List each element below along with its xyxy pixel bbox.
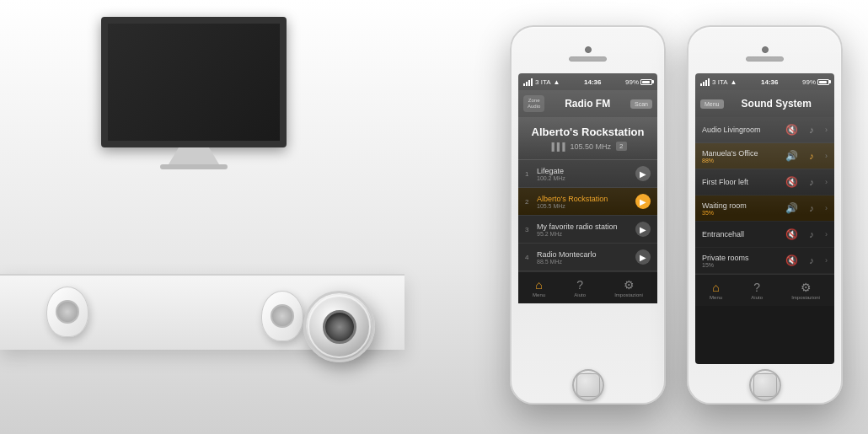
room-waiting-room[interactable]: Waiting room 35% 🔊 ♪ ›: [695, 196, 834, 222]
nav-settings-1[interactable]: ⚙ Impostazioni: [614, 278, 643, 297]
sound-system-list: Audio Livingroom 🔇 ♪ › Manuela's Office …: [695, 117, 834, 364]
speaker-on-icon: 🔊: [783, 200, 800, 217]
room-audio-livingroom[interactable]: Audio Livingroom 🔇 ♪ ›: [695, 117, 834, 143]
status-bar-2: 3 ITA ▲ 14:36 99%: [695, 73, 834, 90]
status-right-2: 99%: [802, 78, 829, 86]
speaker-cone-left: [56, 300, 79, 324]
signal-icon-2: [700, 78, 710, 86]
room-manuelas-office[interactable]: Manuela's Office 88% 🔊 ♪ ›: [695, 143, 834, 169]
station-info: My favorite radio station 95.2 MHz: [537, 222, 630, 237]
station-play-icon[interactable]: ▶: [635, 166, 651, 181]
chevron-right-icon: ›: [825, 204, 828, 212]
signal-icon-1: [523, 78, 533, 86]
room-volume-pct: 15%: [702, 262, 778, 268]
station-play-icon[interactable]: ▶: [635, 249, 651, 265]
now-playing-title: Alberto's Rockstation: [525, 126, 651, 138]
nav-settings-2[interactable]: ⚙ Impostazioni: [791, 281, 820, 300]
chevron-right-icon: ›: [825, 230, 828, 238]
phone-screen-1: 3 ITA ▲ 14:36 99% Zone Audio Radio FM Sc…: [518, 73, 657, 364]
room-name: Private rooms: [702, 254, 778, 262]
radio-station-item[interactable]: 2 Alberto's Rockstation 105.5 MHz ▶: [518, 188, 657, 216]
carrier-2: 3 ITA: [712, 78, 728, 86]
music-note-icon: ♪: [803, 252, 820, 269]
zone-audio-button[interactable]: Zone Audio: [523, 95, 544, 112]
room-name: Manuela's Office: [702, 149, 778, 158]
station-play-icon-active[interactable]: ▶: [635, 194, 651, 209]
wifi-icon-2: ▲: [731, 78, 737, 86]
home-icon-1: ⌂: [535, 278, 542, 292]
speaker-off-icon: 🔇: [783, 121, 800, 138]
battery-pct-1: 99%: [625, 78, 639, 86]
station-freq: 95.2 MHz: [537, 231, 630, 237]
preset-badge: 2: [616, 142, 626, 151]
home-button-2[interactable]: [749, 369, 781, 401]
room-icons: 🔇 ♪: [783, 226, 820, 243]
station-info: Lifegate 100.2 MHz: [537, 167, 630, 181]
sound-system-title: Sound System: [724, 98, 829, 110]
room-info: Private rooms 15%: [702, 254, 778, 268]
nav-settings-label-1: Impostazioni: [614, 292, 643, 297]
home-icon-2: ⌂: [712, 281, 719, 294]
radio-station-item[interactable]: 3 My favorite radio station 95.2 MHz ▶: [518, 216, 657, 244]
battery-pct-2: 99%: [802, 78, 816, 86]
now-playing-freq: ▐▐▐ 105.50 MHz 2: [525, 142, 651, 151]
app-header-1: Zone Audio Radio FM Scan: [518, 90, 657, 117]
scan-button[interactable]: Scan: [630, 99, 652, 109]
station-number: 1: [525, 170, 532, 178]
signal-strength-icon: ▐▐▐: [549, 142, 565, 151]
time-2: 14:36: [761, 78, 778, 86]
radio-station-list: 1 Lifegate 100.2 MHz ▶ 2 Alberto's Rocks…: [518, 160, 657, 271]
station-number: 3: [525, 226, 532, 233]
chevron-right-icon: ›: [825, 256, 828, 265]
station-freq: 105.5 MHz: [537, 203, 630, 209]
phone-top-1: [512, 27, 664, 73]
speaker-off-icon: 🔇: [783, 252, 800, 269]
home-button-inner-2: [753, 373, 777, 397]
room-name: First Floor left: [702, 178, 778, 186]
room-info: Audio Livingroom: [702, 126, 778, 134]
nav-menu-1[interactable]: ⌂ Menu: [533, 278, 545, 297]
camera-icon-1: [585, 46, 592, 53]
chevron-right-icon: ›: [825, 178, 828, 186]
help-icon-1: ?: [576, 278, 583, 292]
room-info: Entrancehall: [702, 230, 778, 238]
station-info: Radio Montecarlo 88.5 MHz: [537, 250, 630, 265]
room-first-floor-left[interactable]: First Floor left 🔇 ♪ ›: [695, 169, 834, 196]
room-entrancehall[interactable]: Entrancehall 🔇 ♪ ›: [695, 222, 834, 248]
speaker-on-icon: 🔊: [783, 147, 800, 164]
room-icons: 🔊 ♪: [783, 200, 820, 217]
room-info: Manuela's Office 88%: [702, 149, 778, 163]
nav-settings-label-2: Impostazioni: [791, 295, 820, 300]
speaker-right: [261, 291, 303, 341]
bottom-nav-2: ⌂ Menu ? Aiuto ⚙ Impostazioni: [695, 274, 834, 306]
help-icon-2: ?: [753, 281, 760, 294]
speaker-grill-1: [569, 56, 607, 62]
room-private-rooms[interactable]: Private rooms 15% 🔇 ♪ ›: [695, 248, 834, 274]
battery-icon-2: [817, 79, 829, 85]
station-play-icon[interactable]: ▶: [635, 222, 651, 237]
status-left-2: 3 ITA ▲: [700, 78, 737, 86]
room-volume-pct: 35%: [702, 210, 778, 216]
room-info: First Floor left: [702, 178, 778, 186]
speaker-front-ring: [308, 295, 371, 358]
speaker-grill-2: [746, 56, 784, 62]
nav-help-2[interactable]: ? Aiuto: [751, 281, 763, 300]
nav-help-1[interactable]: ? Aiuto: [574, 278, 586, 297]
nav-menu-2[interactable]: ⌂ Menu: [710, 281, 722, 300]
room-icons: 🔇 ♪: [783, 121, 820, 138]
carrier-1: 3 ITA: [535, 78, 551, 86]
station-name: Lifegate: [537, 167, 630, 175]
time-1: 14:36: [584, 78, 601, 86]
menu-button-2[interactable]: Menu: [700, 99, 724, 109]
now-playing-section: Alberto's Rockstation ▐▐▐ 105.50 MHz 2: [518, 117, 657, 160]
music-note-active-icon: ♪: [803, 147, 820, 164]
music-note-icon: ♪: [803, 200, 820, 217]
room-name: Entrancehall: [702, 230, 778, 238]
phone-top-2: [689, 27, 841, 73]
home-button-1[interactable]: [572, 369, 604, 401]
station-name-active: Alberto's Rockstation: [537, 195, 630, 203]
radio-station-item[interactable]: 1 Lifegate 100.2 MHz ▶: [518, 160, 657, 188]
radio-station-item[interactable]: 4 Radio Montecarlo 88.5 MHz ▶: [518, 244, 657, 271]
speaker-left: [46, 287, 93, 346]
settings-icon-1: ⚙: [624, 278, 635, 292]
